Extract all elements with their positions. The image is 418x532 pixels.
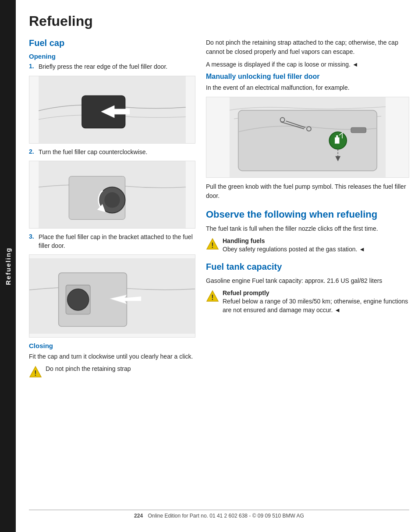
page-number: 224: [134, 513, 143, 519]
observe-body: The fuel tank is full when the filler no…: [206, 224, 409, 233]
footer-text: Online Edition for Part no. 01 41 2 602 …: [148, 513, 304, 519]
svg-rect-18: [336, 135, 338, 138]
svg-text:!: !: [211, 242, 213, 249]
svg-point-10: [67, 289, 89, 310]
step-3: 3. Place the fuel filler cap in the brac…: [29, 233, 195, 250]
step-2-text: Turn the fuel filler cap counterclockwis…: [39, 148, 147, 157]
svg-point-6: [104, 192, 120, 208]
svg-rect-17: [335, 137, 339, 144]
step-3-text: Place the fuel filler cap in the bracket…: [39, 233, 195, 250]
figure-manual-unlock: [206, 97, 409, 178]
step-2-number: 2.: [29, 148, 36, 157]
svg-rect-15: [238, 110, 377, 171]
warning-icon-fuels: !: [206, 238, 219, 251]
fuels-warning-text-block: Handling fuels Obey safety regulations p…: [223, 237, 365, 254]
side-tab-label: Refueling: [4, 247, 12, 285]
step-1-text: Briefly press the rear edge of the fuel …: [39, 63, 167, 71]
refuel-promptly-title: Refuel promptly: [223, 289, 409, 298]
back-symbol-refuel: ◄: [333, 307, 340, 314]
main-content: Refueling Fuel cap Opening 1. Briefly pr…: [16, 0, 418, 532]
fuel-cap-title: Fuel cap: [29, 38, 195, 48]
opening-title: Opening: [29, 53, 195, 60]
manual-unlock-body: In the event of an electrical malfunctio…: [206, 83, 409, 92]
left-column: Fuel cap Opening 1. Briefly press the re…: [29, 38, 195, 499]
figure-3: [29, 254, 195, 338]
handling-fuels-title: Handling fuels: [223, 237, 365, 246]
manual-unlock-section: Manually unlocking fuel filler door In t…: [206, 73, 409, 201]
fuel-tank-title: Fuel tank capacity: [206, 262, 409, 272]
observe-section: Observe the following when refueling The…: [206, 208, 409, 254]
back-symbol: ◄: [351, 61, 358, 68]
handling-fuels-body-text: Obey safety regulations posted at the ga…: [223, 246, 357, 253]
closing-title: Closing: [29, 342, 195, 349]
fuel-tank-body: Gasoline engine Fuel tank capacity: appr…: [206, 276, 409, 285]
warning-cont-text2-span: A message is displayed if the cap is loo…: [206, 61, 351, 68]
step-3-number: 3.: [29, 233, 36, 250]
figure-1: [29, 76, 195, 144]
two-col-layout: Fuel cap Opening 1. Briefly press the re…: [29, 38, 409, 499]
closing-warning-text: Do not pinch the retaining strap: [46, 365, 131, 373]
svg-rect-23: [351, 127, 366, 133]
handling-fuels-body: Obey safety regulations posted at the ga…: [223, 246, 365, 253]
refuel-promptly-body: Refuel below a range of 30 miles/50 km; …: [223, 298, 408, 314]
refuel-promptly-warning: ! Refuel promptly Refuel below a range o…: [206, 289, 409, 315]
manual-unlock-title: Manually unlocking fuel filler door: [206, 73, 409, 81]
step-2: 2. Turn the fuel filler cap counterclock…: [29, 148, 195, 157]
page-footer: 224 Online Edition for Part no. 01 41 2 …: [29, 510, 409, 519]
refuel-warning-text-block: Refuel promptly Refuel below a range of …: [223, 289, 409, 315]
closing-body: Fit the cap and turn it clockwise until …: [29, 352, 195, 361]
manual-unlock-body2: Pull the green knob with the fuel pump s…: [206, 182, 409, 201]
side-tab: Refueling: [0, 0, 16, 532]
warning-icon-refuel: !: [206, 290, 219, 303]
svg-text:!: !: [211, 294, 213, 301]
svg-text:!: !: [34, 370, 36, 377]
warning-cont-text: Do not pinch the retaining strap attache…: [206, 38, 409, 56]
figure-2: [29, 161, 195, 229]
back-symbol-observe: ◄: [357, 246, 365, 253]
step-1-number: 1.: [29, 63, 36, 71]
step-1: 1. Briefly press the rear edge of the fu…: [29, 63, 195, 71]
refuel-promptly-body-text: Refuel below a range of 30 miles/50 km; …: [223, 298, 408, 314]
fuel-tank-section: Fuel tank capacity Gasoline engine Fuel …: [206, 262, 409, 315]
observe-title: Observe the following when refueling: [206, 208, 409, 221]
handling-fuels-warning: ! Handling fuels Obey safety regulations…: [206, 237, 409, 254]
page-container: Refueling Refueling Fuel cap Opening 1. …: [0, 0, 418, 532]
warning-icon-closing: !: [29, 366, 42, 379]
warning-cont-text2: A message is displayed if the cap is loo…: [206, 60, 409, 69]
right-column: Do not pinch the retaining strap attache…: [206, 38, 409, 499]
closing-warning: ! Do not pinch the retaining strap: [29, 365, 195, 379]
page-title: Refueling: [29, 13, 409, 29]
